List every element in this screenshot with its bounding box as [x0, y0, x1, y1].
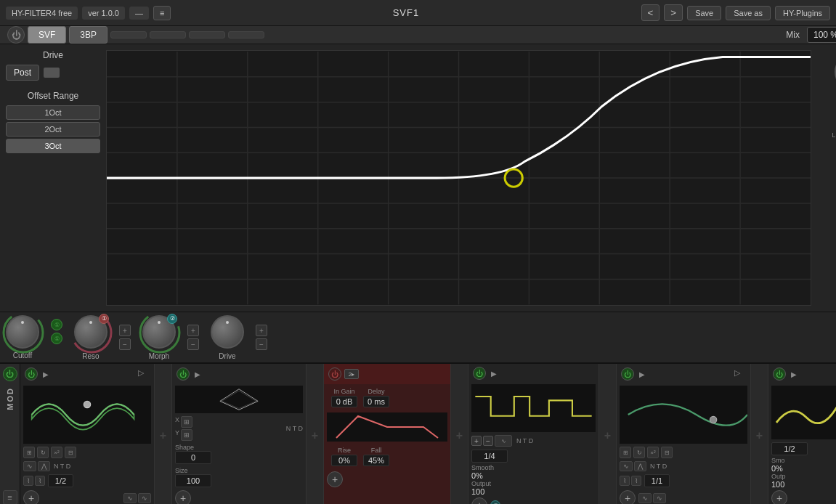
sep-3: + — [451, 364, 468, 504]
lfo1-icon3[interactable]: ×² — [51, 447, 62, 458]
reso-remove-btn[interactable]: − — [119, 338, 131, 350]
2dlfo1-y-label: Y — [175, 429, 179, 441]
lfo1-play-btn[interactable]: ▶ — [41, 369, 51, 379]
cutoff-badge-1: ① — [51, 319, 62, 330]
env1-delay-value[interactable]: 0 ms — [363, 396, 389, 407]
tab-3bp[interactable]: 3BP — [69, 26, 107, 44]
next-preset-button[interactable]: > — [664, 4, 683, 21]
rnd1-play-btn[interactable]: ▶ — [489, 368, 499, 378]
lfo1-wave1[interactable]: ∿ — [23, 461, 36, 471]
env1-add-btn[interactable]: + — [327, 471, 343, 487]
rnd2-play-btn[interactable]: ▶ — [789, 369, 799, 379]
morph-remove-btn[interactable]: − — [187, 338, 199, 350]
mix-value[interactable]: 100 % — [807, 27, 836, 43]
lfo2-icon4[interactable]: ⊟ — [661, 447, 673, 458]
lfo1-wave-btns2: ⌇ ⌇ — [23, 476, 45, 486]
drive-remove-btn[interactable]: − — [256, 338, 267, 350]
rnd1-minus-btn[interactable]: − — [483, 436, 493, 446]
plugin-power-button[interactable]: ⏻ — [7, 26, 25, 44]
rnd1-value[interactable]: 1/4 — [471, 450, 508, 463]
morph-add-btn[interactable]: + — [187, 325, 199, 336]
pan-knob-group: L R Pan — [832, 119, 836, 175]
lfo2-icon3[interactable]: ×² — [647, 447, 659, 458]
lfo2-icon1[interactable]: ⊞ — [620, 447, 631, 458]
lfo2-bwave1[interactable]: ∿ — [638, 493, 652, 503]
lfo1-bwave1[interactable]: ∿ — [123, 493, 137, 503]
lfo2-wave-btns2: ⌇ ⌇ — [620, 476, 641, 486]
2dlfo1-shape-label: Shape — [175, 444, 303, 451]
plugin-header: ⏻ SVF 3BP Mix 100 % + − — [0, 26, 836, 44]
tab-svf[interactable]: SVF — [28, 26, 66, 44]
lfo2-wave1[interactable]: ∿ — [620, 461, 633, 471]
mod-menu-button[interactable]: ≡ — [3, 490, 17, 504]
lfo2-play-btn[interactable]: ▶ — [637, 369, 647, 379]
2dlfo1-xy-btns: X ⊞ Y ⊞ — [175, 416, 192, 441]
lfo2-wave3[interactable]: ⌇ — [620, 476, 630, 486]
env1-rise-value[interactable]: 0% — [331, 455, 357, 466]
save-as-button[interactable]: Save as — [726, 6, 771, 20]
rnd1-wave-btn[interactable]: ∿ — [495, 435, 512, 447]
lfo2-bwave2[interactable]: ∿ — [653, 493, 666, 503]
lfo2-fwd-btn[interactable]: ▷ — [734, 368, 746, 380]
lfo2-power[interactable]: ⏻ — [621, 367, 634, 381]
rnd2-value[interactable]: 1/2 — [771, 442, 808, 455]
lfo1-icon4[interactable]: ⊟ — [65, 447, 76, 458]
2dlfo1-play-btn[interactable]: ▶ — [192, 369, 203, 379]
env1-in-gain-value[interactable]: 0 dB — [331, 396, 357, 407]
2dlfo1-power[interactable]: ⏻ — [176, 367, 190, 381]
lfo1-wave4[interactable]: ⌇ — [35, 476, 45, 486]
drive-add-btn[interactable]: + — [256, 325, 267, 336]
reso-add-btn[interactable]: + — [119, 325, 131, 336]
lfo2-icon2[interactable]: ↻ — [633, 447, 645, 458]
lfo1-value[interactable]: 1/2 — [48, 474, 73, 487]
rnd2-module: ⏻ ▶ 1/2 Smo 0% — [768, 364, 836, 504]
mod-section-label: MOD — [6, 387, 15, 410]
lfo1-add-btn[interactable]: + — [23, 490, 39, 504]
2dlfo1-x-btn[interactable]: ⊞ — [181, 416, 192, 428]
octave-buttons: 1Oct 2Oct 3Oct — [6, 105, 100, 153]
2dlfo1-shape-value[interactable]: 0 — [175, 451, 211, 464]
lfo2-value[interactable]: 1/1 — [644, 474, 670, 487]
2dlfo1-add-btn[interactable]: + — [175, 490, 191, 504]
2dlfo1-size-value[interactable]: 100 — [175, 474, 211, 487]
lfo1-fwd-btn[interactable]: ▷ — [138, 368, 150, 380]
rnd2-power[interactable]: ⏻ — [773, 367, 786, 381]
env1-power[interactable]: ⏻ — [328, 367, 341, 381]
mod-main-power[interactable]: ⏻ — [3, 367, 17, 381]
lfo1-icon1[interactable]: ⊞ — [23, 447, 35, 458]
rnd1-power[interactable]: ⏻ — [473, 367, 486, 380]
lfo2-wave4[interactable]: ⌇ — [631, 476, 641, 486]
lfo1-wave3[interactable]: ⌇ — [23, 476, 33, 486]
rnd2-output-value: 100 — [771, 480, 784, 489]
rnd2-add-btn[interactable]: + — [771, 490, 787, 504]
hy-plugins-button[interactable]: HY-Plugins — [775, 6, 830, 20]
lfo1-icon2[interactable]: ↻ — [37, 447, 49, 458]
oct1-button[interactable]: 1Oct — [6, 105, 100, 120]
lfo1-wave2[interactable]: ⋀ — [38, 461, 50, 471]
post-button[interactable]: Post — [6, 65, 39, 81]
oct3-button[interactable]: 3Oct — [6, 139, 100, 153]
drive-add-remove: + − — [256, 325, 267, 350]
menu-button[interactable]: ≡ — [153, 6, 171, 20]
lfo2-add-btn[interactable]: + — [620, 490, 636, 504]
rnd1-add-btn[interactable]: + — [471, 497, 487, 504]
2dlfo1-y-btn[interactable]: ⊞ — [181, 429, 192, 441]
lfo2-wave2[interactable]: ⋀ — [634, 461, 646, 471]
save-button[interactable]: Save — [687, 6, 721, 20]
cutoff-knob[interactable] — [6, 315, 39, 349]
prev-preset-button[interactable]: < — [641, 4, 660, 21]
env1-fall-value[interactable]: 45% — [363, 455, 389, 466]
env1-mode-btn[interactable]: 2▸ — [344, 369, 359, 379]
preset-name: SVF1 — [175, 7, 636, 18]
post-toggle[interactable] — [44, 68, 60, 78]
2dlfo1-ntd: N T D — [286, 425, 303, 432]
filter-drive-knob[interactable] — [211, 315, 244, 349]
tab-empty-1 — [110, 31, 147, 38]
lfo2-bottom-waves: ∿ ∿ — [638, 493, 666, 503]
rnd1-plus-btn[interactable]: + — [471, 436, 482, 446]
cutoff-knob-group: Cutoff — [6, 315, 39, 359]
oct2-button[interactable]: 2Oct — [6, 122, 100, 137]
lfo1-bwave2[interactable]: ∿ — [138, 493, 151, 503]
separator-label: — — [129, 7, 149, 20]
lfo1-power[interactable]: ⏻ — [25, 367, 38, 381]
